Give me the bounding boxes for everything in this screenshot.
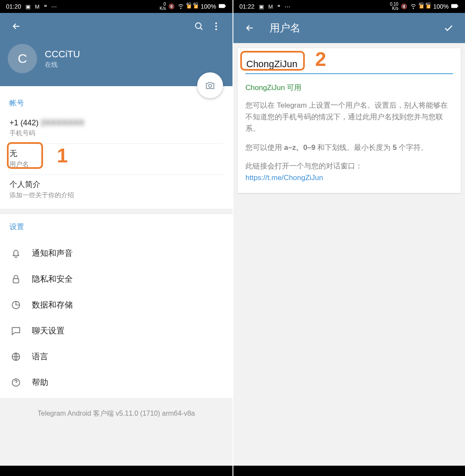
image-icon: ▣ — [259, 3, 264, 10]
confirm-button[interactable] — [440, 19, 457, 37]
settings-item-help[interactable]: 帮助 — [0, 370, 232, 395]
android-navbar — [0, 466, 232, 476]
signal-icon-1: 4G📶 — [419, 5, 424, 9]
annotation-number-1: 1 — [57, 144, 68, 167]
wifi-icon — [410, 3, 417, 11]
avatar[interactable]: C — [8, 44, 37, 73]
svg-rect-1 — [225, 5, 226, 7]
signal-icon-2: 4G📶 — [426, 5, 431, 9]
camera-fab[interactable] — [197, 72, 223, 98]
annotation-box-2 — [240, 51, 305, 71]
settings-item-label: 隐私和安全 — [32, 274, 73, 285]
left-phone: 01:20 ▣ M ❝ ⋯ 0 K/s 🔇 4G📶 4G📶 100% — [0, 0, 232, 476]
help-icon — [10, 377, 22, 388]
svg-rect-7 — [13, 279, 19, 283]
more-icon: ⋯ — [285, 3, 290, 10]
mail-icon: M — [268, 3, 273, 10]
phone-label: 手机号码 — [9, 129, 223, 137]
username-row[interactable]: 无 用户名 1 — [9, 144, 223, 175]
more-button[interactable] — [208, 18, 225, 35]
appbar-title: 用户名 — [270, 21, 301, 35]
desc2-prefix: 您可以使用 — [245, 143, 284, 152]
settings-item-chat[interactable]: 聊天设置 — [0, 318, 232, 344]
settings-item-privacy[interactable]: 隐私和安全 — [0, 266, 232, 292]
profile-header: C CCCiTU 在线 — [0, 40, 232, 86]
desc2-mid: 和下划线。最小长度为 — [316, 143, 393, 152]
settings-item-language[interactable]: 语言 — [0, 344, 232, 370]
settings-item-data[interactable]: 数据和存储 — [0, 292, 232, 318]
settings-item-label: 帮助 — [32, 377, 48, 388]
username-desc-3: 此链接会打开一个与您的对话窗口： https://t.me/ChongZiJun — [245, 160, 453, 184]
net-speed: 0.10 K/s — [390, 2, 398, 11]
battery-icon — [219, 3, 226, 10]
username-link[interactable]: https://t.me/ChongZiJun — [245, 174, 323, 182]
chat-icon — [10, 325, 22, 336]
svg-point-3 — [215, 22, 217, 24]
settings-item-label: 数据和存储 — [32, 299, 73, 311]
bio-hint: 添加一些关于你的介绍 — [9, 191, 223, 199]
desc2-bold1: a–z、0–9 — [284, 143, 316, 152]
quote-icon: ❝ — [44, 3, 47, 10]
globe-icon — [10, 351, 22, 362]
appbar — [0, 13, 232, 40]
bio-row[interactable]: 个人简介 添加一些关于你的介绍 — [9, 175, 223, 207]
android-navbar — [233, 466, 465, 476]
phone-prefix: +1 (442) — [9, 118, 41, 127]
mail-icon: M — [35, 3, 40, 10]
desc2-suffix: 个字符。 — [397, 143, 428, 152]
right-phone: 01:22 ▣ M ❝ ⋯ 0.10 K/s 🔇 4G📶 4G📶 100% 用户… — [232, 0, 465, 476]
svg-point-2 — [195, 23, 201, 28]
mute-icon: 🔇 — [401, 3, 407, 9]
signal-icon-1: 4G📶 — [187, 5, 191, 9]
search-button[interactable] — [190, 18, 208, 35]
settings-item-label: 通知和声音 — [32, 248, 73, 259]
phone-hidden: 2XXXXXXX — [41, 118, 85, 127]
version-footer: Telegram Android 客户端 v5.11.0 (1710) arm6… — [0, 398, 232, 466]
blank-area — [233, 198, 465, 466]
profile-name: CCCiTU — [45, 49, 80, 60]
back-button[interactable] — [241, 19, 258, 37]
data-icon — [10, 299, 22, 311]
profile-status: 在线 — [45, 61, 80, 69]
username-available: ChongZiJun 可用 — [245, 83, 453, 93]
section-divider — [0, 209, 232, 214]
svg-rect-0 — [219, 4, 225, 8]
status-time: 01:20 — [6, 3, 21, 10]
phone-row[interactable]: +1 (442) 2XXXXXXX 手机号码 — [9, 114, 223, 144]
battery-text: 100% — [201, 3, 216, 10]
battery-icon — [451, 3, 459, 10]
net-speed: 0 K/s — [160, 2, 166, 11]
more-icon: ⋯ — [51, 3, 57, 10]
status-time: 01:22 — [239, 3, 254, 10]
username-desc-1: 您可以在 Telegram 上设置一个用户名。设置后，别人将能够在不知道您的手机… — [245, 100, 453, 135]
back-button[interactable] — [8, 18, 25, 35]
username-card: 2 ChongZiJun 可用 您可以在 Telegram 上设置一个用户名。设… — [238, 48, 461, 193]
status-bar: 01:22 ▣ M ❝ ⋯ 0.10 K/s 🔇 4G📶 4G📶 100% — [233, 0, 465, 13]
desc3-text: 此链接会打开一个与您的对话窗口： — [245, 162, 363, 170]
svg-point-6 — [209, 84, 212, 87]
appbar: 用户名 — [233, 13, 465, 43]
settings-list: 通知和声音 隐私和安全 数据和存储 聊天设置 语言 帮助 — [0, 238, 232, 398]
svg-point-5 — [215, 28, 217, 30]
annotation-box-1 — [7, 142, 43, 169]
mute-icon: 🔇 — [168, 3, 175, 9]
settings-header: 设置 — [9, 222, 223, 232]
settings-item-notifications[interactable]: 通知和声音 — [0, 240, 232, 266]
account-section: 帐号 +1 (442) 2XXXXXXX 手机号码 无 用户名 1 个人简介 添… — [0, 86, 232, 209]
settings-section: 设置 — [0, 214, 232, 238]
image-icon: ▣ — [25, 3, 31, 10]
quote-icon: ❝ — [277, 3, 280, 10]
bell-icon — [10, 248, 22, 259]
bio-title: 个人简介 — [9, 179, 223, 190]
settings-item-label: 聊天设置 — [32, 325, 65, 336]
battery-text: 100% — [433, 3, 449, 10]
wifi-icon — [177, 3, 184, 11]
svg-point-4 — [215, 25, 217, 27]
settings-item-label: 语言 — [32, 351, 48, 362]
annotation-number-2: 2 — [315, 47, 326, 71]
svg-rect-12 — [451, 4, 457, 8]
account-header: 帐号 — [9, 98, 223, 108]
svg-point-11 — [16, 384, 16, 385]
signal-icon-2: 4G📶 — [194, 5, 198, 9]
lock-icon — [10, 274, 22, 285]
